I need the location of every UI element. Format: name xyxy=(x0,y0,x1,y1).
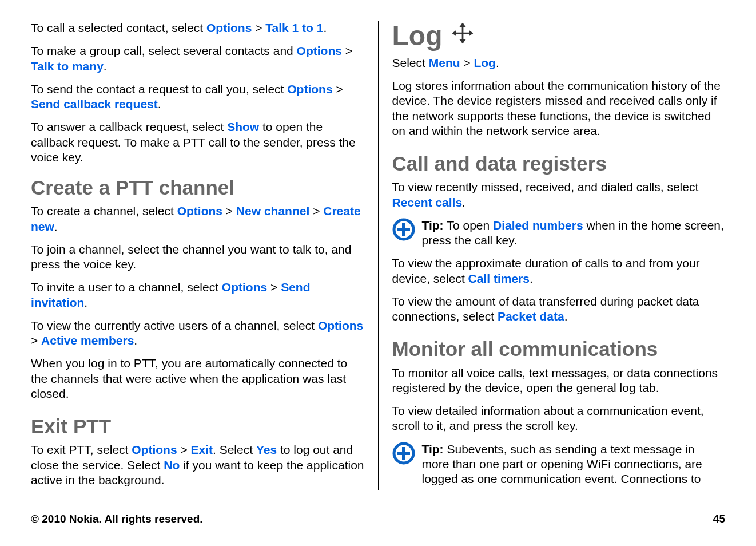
dialed-numbers-link: Dialed numbers xyxy=(493,219,583,232)
breadcrumb-separator: > xyxy=(333,82,343,96)
text: To invite a user to a channel, select xyxy=(31,280,222,294)
tip-subevents: Tip: Subevents, such as sending a text m… xyxy=(392,442,726,487)
paragraph-exit-ptt: To exit PTT, select Options > Exit. Sele… xyxy=(31,442,364,488)
text: . xyxy=(323,21,327,34)
text: To make a group call, select several con… xyxy=(31,44,297,57)
text: . xyxy=(530,272,533,285)
tip-plus-icon xyxy=(392,218,415,243)
call-timers-link: Call timers xyxy=(468,272,530,285)
text: Select xyxy=(392,56,429,69)
paragraph-callback-request: To send the contact a request to call yo… xyxy=(31,82,364,112)
text: To exit PTT, select xyxy=(31,443,132,456)
log-link: Log xyxy=(474,56,495,69)
talk-1-to-1-link: Talk 1 to 1 xyxy=(265,21,323,34)
paragraph-call-timers: To view the approximate duration of call… xyxy=(392,256,726,286)
right-column: Log Select Menu > Log. xyxy=(378,21,726,490)
text: To create a channel, select xyxy=(31,204,177,217)
paragraph-detailed-info: To view detailed information about a com… xyxy=(392,403,726,434)
no-link: No xyxy=(164,458,180,472)
two-column-layout: To call a selected contact, select Optio… xyxy=(31,21,725,490)
paragraph-join-channel: To join a channel, select the channel yo… xyxy=(31,242,364,272)
breadcrumb-separator: > xyxy=(309,204,323,217)
paragraph-active-users: To view the currently active users of a … xyxy=(31,318,364,349)
svg-rect-5 xyxy=(397,452,410,455)
log-arrows-icon xyxy=(450,21,475,52)
options-link: Options xyxy=(297,44,342,57)
page-number: 45 xyxy=(713,513,725,525)
breadcrumb-separator: > xyxy=(177,443,191,456)
text: To call a selected contact, select xyxy=(31,21,206,34)
paragraph-create-channel: To create a channel, select Options > Ne… xyxy=(31,204,364,234)
page-footer: © 2010 Nokia. All rights reserved. 45 xyxy=(31,513,725,525)
options-link: Options xyxy=(206,21,252,34)
text: . xyxy=(54,220,58,233)
tip-label: Tip: xyxy=(422,442,447,456)
text: . xyxy=(564,310,568,323)
text: . xyxy=(134,334,137,347)
paragraph-answer-callback: To answer a callback request, select Sho… xyxy=(31,120,364,165)
recent-calls-link: Recent calls xyxy=(392,196,463,209)
text: . xyxy=(496,56,499,69)
text: To view the approximate duration of call… xyxy=(392,256,700,284)
exit-link: Exit xyxy=(191,443,213,456)
text: . xyxy=(104,60,107,73)
paragraph-group-call: To make a group call, select several con… xyxy=(31,43,364,74)
paragraph-call-selected: To call a selected contact, select Optio… xyxy=(31,21,364,35)
heading-monitor-communications: Monitor all communications xyxy=(392,338,726,361)
breadcrumb-separator: > xyxy=(252,21,265,34)
text: To view recently missed, received, and d… xyxy=(392,180,699,193)
heading-call-data-registers: Call and data registers xyxy=(392,152,726,175)
menu-link: Menu xyxy=(429,56,460,69)
paragraph-log-description: Log stores information about the communi… xyxy=(392,78,726,139)
breadcrumb-separator: > xyxy=(31,334,41,347)
paragraph-monitor: To monitor all voice calls, text message… xyxy=(392,366,726,396)
paragraph-invite-user: To invite a user to a channel, select Op… xyxy=(31,280,364,310)
copyright-text: © 2010 Nokia. All rights reserved. xyxy=(31,513,203,525)
breadcrumb-separator: > xyxy=(222,204,236,217)
text: To answer a callback request, select xyxy=(31,120,227,133)
breadcrumb-separator: > xyxy=(267,280,281,294)
options-link: Options xyxy=(287,82,332,96)
manual-page: To call a selected contact, select Optio… xyxy=(0,0,756,546)
breadcrumb-separator: > xyxy=(460,56,474,69)
tip-text: Tip: Subevents, such as sending a text m… xyxy=(422,442,726,487)
text: . xyxy=(462,196,465,209)
yes-link: Yes xyxy=(256,443,277,456)
tip-plus-icon xyxy=(392,442,415,467)
paragraph-packet-data: To view the amount of data transferred d… xyxy=(392,294,726,325)
text: To view the currently active users of a … xyxy=(31,319,318,332)
send-callback-request-link: Send callback request xyxy=(31,97,158,110)
active-members-link: Active members xyxy=(41,334,134,347)
text: . xyxy=(84,296,87,309)
options-link: Options xyxy=(222,280,267,294)
options-link: Options xyxy=(177,204,222,217)
text: Subevents, such as sending a text messag… xyxy=(422,442,702,486)
tip-dialed-numbers: Tip: To open Dialed numbers when in the … xyxy=(392,218,726,248)
show-link: Show xyxy=(227,120,259,133)
paragraph-auto-connect: When you log in to PTT, you are automati… xyxy=(31,356,364,401)
heading-log-text: Log xyxy=(392,21,443,52)
heading-exit-ptt: Exit PTT xyxy=(31,415,364,438)
text: . xyxy=(158,97,161,110)
paragraph-recent-calls: To view recently missed, received, and d… xyxy=(392,180,726,210)
talk-to-many-link: Talk to many xyxy=(31,60,104,73)
text: . Select xyxy=(213,443,256,456)
text: To send the contact a request to call yo… xyxy=(31,82,287,96)
svg-rect-2 xyxy=(397,228,410,231)
options-link: Options xyxy=(132,443,177,456)
heading-create-ptt-channel: Create a PTT channel xyxy=(31,176,364,199)
paragraph-select-log: Select Menu > Log. xyxy=(392,56,726,70)
tip-text: Tip: To open Dialed numbers when in the … xyxy=(422,218,726,248)
left-column: To call a selected contact, select Optio… xyxy=(31,21,378,490)
options-link: Options xyxy=(318,319,363,332)
breadcrumb-separator: > xyxy=(342,44,352,57)
packet-data-link: Packet data xyxy=(498,310,564,323)
text: To open xyxy=(447,219,493,232)
tip-label: Tip: xyxy=(422,219,447,232)
heading-log: Log xyxy=(392,21,726,52)
new-channel-link: New channel xyxy=(236,204,309,217)
